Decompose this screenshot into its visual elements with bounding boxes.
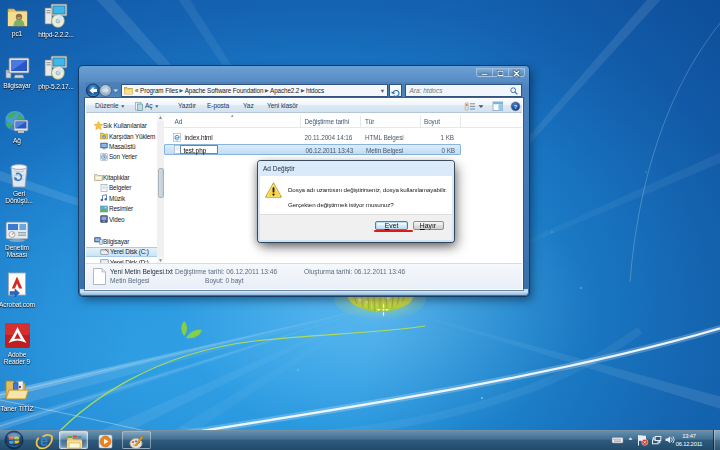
- svg-text:?: ?: [514, 104, 518, 110]
